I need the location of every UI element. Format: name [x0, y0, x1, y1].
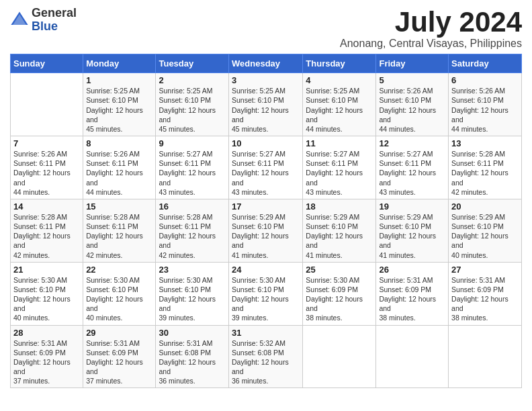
day-info: Sunrise: 5:31 AMSunset: 6:09 PMDaylight:… — [451, 275, 519, 323]
calendar-cell: 16Sunrise: 5:28 AMSunset: 6:11 PMDayligh… — [156, 199, 229, 262]
logo-general: General — [32, 6, 77, 19]
calendar-cell: 2Sunrise: 5:25 AMSunset: 6:10 PMDaylight… — [156, 73, 229, 136]
day-number: 13 — [451, 138, 519, 148]
calendar-cell: 9Sunrise: 5:27 AMSunset: 6:11 PMDaylight… — [156, 136, 229, 199]
day-info: Sunrise: 5:30 AMSunset: 6:10 PMDaylight:… — [159, 275, 226, 323]
day-info: Sunrise: 5:25 AMSunset: 6:10 PMDaylight:… — [232, 86, 300, 134]
day-number: 23 — [159, 265, 226, 275]
calendar-cell: 6Sunrise: 5:26 AMSunset: 6:10 PMDaylight… — [449, 73, 522, 136]
day-number: 20 — [451, 201, 519, 212]
day-info: Sunrise: 5:28 AMSunset: 6:11 PMDaylight:… — [86, 212, 152, 260]
calendar-cell: 8Sunrise: 5:26 AMSunset: 6:11 PMDaylight… — [83, 136, 156, 199]
day-number: 16 — [159, 201, 226, 212]
day-info: Sunrise: 5:26 AMSunset: 6:10 PMDaylight:… — [451, 86, 519, 134]
logo-icon — [10, 11, 29, 30]
day-info: Sunrise: 5:31 AMSunset: 6:08 PMDaylight:… — [159, 338, 226, 386]
day-info: Sunrise: 5:29 AMSunset: 6:10 PMDaylight:… — [232, 212, 300, 260]
day-info: Sunrise: 5:25 AMSunset: 6:10 PMDaylight:… — [159, 86, 226, 134]
day-number: 30 — [159, 328, 226, 338]
calendar-cell: 10Sunrise: 5:27 AMSunset: 6:11 PMDayligh… — [229, 136, 303, 199]
day-number: 6 — [451, 75, 519, 85]
day-info: Sunrise: 5:30 AMSunset: 6:09 PMDaylight:… — [306, 275, 373, 323]
day-number: 11 — [306, 138, 373, 148]
calendar-cell: 26Sunrise: 5:31 AMSunset: 6:09 PMDayligh… — [376, 262, 449, 325]
calendar-cell: 23Sunrise: 5:30 AMSunset: 6:10 PMDayligh… — [156, 262, 229, 325]
calendar-cell: 30Sunrise: 5:31 AMSunset: 6:08 PMDayligh… — [156, 325, 229, 388]
calendar-cell: 25Sunrise: 5:30 AMSunset: 6:09 PMDayligh… — [303, 262, 376, 325]
header-monday: Monday — [83, 54, 156, 73]
calendar-cell: 14Sunrise: 5:28 AMSunset: 6:11 PMDayligh… — [11, 199, 83, 262]
day-number: 10 — [232, 138, 300, 148]
header-saturday: Saturday — [449, 54, 522, 73]
day-number: 5 — [379, 75, 445, 85]
header: General Blue July 2024 Anonang, Central … — [10, 7, 522, 50]
day-number: 8 — [86, 138, 152, 148]
calendar-cell: 28Sunrise: 5:31 AMSunset: 6:09 PMDayligh… — [11, 325, 83, 388]
day-info: Sunrise: 5:29 AMSunset: 6:10 PMDaylight:… — [451, 212, 519, 260]
day-number: 9 — [159, 138, 226, 148]
day-number: 17 — [232, 201, 300, 212]
day-number: 21 — [13, 265, 80, 275]
month-title: July 2024 — [340, 7, 522, 38]
day-number: 14 — [13, 201, 80, 212]
logo-blue: Blue — [32, 19, 58, 33]
day-info: Sunrise: 5:32 AMSunset: 6:08 PMDaylight:… — [232, 338, 300, 386]
calendar-cell — [449, 325, 522, 388]
day-info: Sunrise: 5:29 AMSunset: 6:10 PMDaylight:… — [306, 212, 373, 260]
calendar-cell: 12Sunrise: 5:27 AMSunset: 6:11 PMDayligh… — [376, 136, 449, 199]
calendar-week-row: 21Sunrise: 5:30 AMSunset: 6:10 PMDayligh… — [11, 262, 522, 325]
calendar-cell: 31Sunrise: 5:32 AMSunset: 6:08 PMDayligh… — [229, 325, 303, 388]
calendar-cell — [376, 325, 449, 388]
calendar-table: SundayMondayTuesdayWednesdayThursdayFrid… — [10, 54, 522, 388]
day-number: 12 — [379, 138, 445, 148]
day-info: Sunrise: 5:28 AMSunset: 6:11 PMDaylight:… — [451, 149, 519, 197]
calendar-cell: 22Sunrise: 5:30 AMSunset: 6:10 PMDayligh… — [83, 262, 156, 325]
calendar-cell: 27Sunrise: 5:31 AMSunset: 6:09 PMDayligh… — [449, 262, 522, 325]
calendar-cell: 18Sunrise: 5:29 AMSunset: 6:10 PMDayligh… — [303, 199, 376, 262]
calendar-cell: 1Sunrise: 5:25 AMSunset: 6:10 PMDaylight… — [83, 73, 156, 136]
day-number: 7 — [13, 138, 80, 148]
header-sunday: Sunday — [11, 54, 83, 73]
logo-text: General Blue — [32, 7, 77, 34]
day-number: 1 — [86, 75, 152, 85]
day-info: Sunrise: 5:27 AMSunset: 6:11 PMDaylight:… — [159, 149, 226, 197]
calendar-header-row: SundayMondayTuesdayWednesdayThursdayFrid… — [11, 54, 522, 73]
header-friday: Friday — [376, 54, 449, 73]
calendar-cell: 20Sunrise: 5:29 AMSunset: 6:10 PMDayligh… — [449, 199, 522, 262]
calendar-week-row: 28Sunrise: 5:31 AMSunset: 6:09 PMDayligh… — [11, 325, 522, 388]
day-info: Sunrise: 5:28 AMSunset: 6:11 PMDaylight:… — [159, 212, 226, 260]
day-info: Sunrise: 5:26 AMSunset: 6:11 PMDaylight:… — [86, 149, 152, 197]
day-number: 27 — [451, 265, 519, 275]
day-number: 26 — [379, 265, 445, 275]
day-info: Sunrise: 5:31 AMSunset: 6:09 PMDaylight:… — [86, 338, 152, 386]
day-info: Sunrise: 5:31 AMSunset: 6:09 PMDaylight:… — [13, 338, 80, 386]
day-number: 24 — [232, 265, 300, 275]
calendar-week-row: 7Sunrise: 5:26 AMSunset: 6:11 PMDaylight… — [11, 136, 522, 199]
day-info: Sunrise: 5:31 AMSunset: 6:09 PMDaylight:… — [379, 275, 445, 323]
day-number: 15 — [86, 201, 152, 212]
calendar-cell — [303, 325, 376, 388]
calendar-cell: 7Sunrise: 5:26 AMSunset: 6:11 PMDaylight… — [11, 136, 83, 199]
header-wednesday: Wednesday — [229, 54, 303, 73]
calendar-cell: 24Sunrise: 5:30 AMSunset: 6:10 PMDayligh… — [229, 262, 303, 325]
calendar-cell: 15Sunrise: 5:28 AMSunset: 6:11 PMDayligh… — [83, 199, 156, 262]
day-number: 4 — [306, 75, 373, 85]
header-thursday: Thursday — [303, 54, 376, 73]
calendar-cell: 13Sunrise: 5:28 AMSunset: 6:11 PMDayligh… — [449, 136, 522, 199]
day-number: 25 — [306, 265, 373, 275]
day-number: 3 — [232, 75, 300, 85]
calendar-body: 1Sunrise: 5:25 AMSunset: 6:10 PMDaylight… — [11, 73, 522, 388]
calendar-cell: 5Sunrise: 5:26 AMSunset: 6:10 PMDaylight… — [376, 73, 449, 136]
location-title: Anonang, Central Visayas, Philippines — [340, 38, 522, 50]
day-number: 22 — [86, 265, 152, 275]
calendar-cell: 29Sunrise: 5:31 AMSunset: 6:09 PMDayligh… — [83, 325, 156, 388]
calendar-cell: 17Sunrise: 5:29 AMSunset: 6:10 PMDayligh… — [229, 199, 303, 262]
calendar-week-row: 1Sunrise: 5:25 AMSunset: 6:10 PMDaylight… — [11, 73, 522, 136]
header-tuesday: Tuesday — [156, 54, 229, 73]
day-number: 31 — [232, 328, 300, 338]
day-info: Sunrise: 5:25 AMSunset: 6:10 PMDaylight:… — [306, 86, 373, 134]
day-info: Sunrise: 5:30 AMSunset: 6:10 PMDaylight:… — [13, 275, 80, 323]
day-info: Sunrise: 5:26 AMSunset: 6:11 PMDaylight:… — [13, 149, 80, 197]
day-info: Sunrise: 5:26 AMSunset: 6:10 PMDaylight:… — [379, 86, 445, 134]
day-info: Sunrise: 5:30 AMSunset: 6:10 PMDaylight:… — [86, 275, 152, 323]
